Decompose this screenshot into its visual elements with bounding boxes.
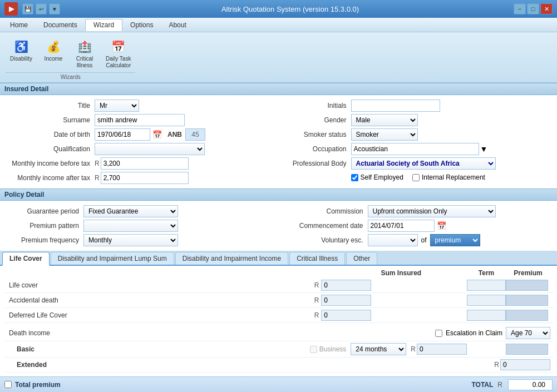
income-wizard-button[interactable]: 💰 Income <box>39 36 68 71</box>
title-label: Title <box>6 102 95 110</box>
initials-row: Initials <box>279 98 558 113</box>
menu-options[interactable]: Options <box>122 19 161 31</box>
wizard-buttons: ♿ Disability 💰 Income 🏥 Critical Illness… <box>6 36 135 71</box>
premium-pattern-select[interactable] <box>83 220 178 232</box>
life-cover-label: Life cover <box>7 281 314 289</box>
guarantee-period-label: Guarantee period <box>6 207 83 215</box>
of-value-select[interactable]: premium <box>430 234 480 246</box>
basic-sum-input[interactable] <box>417 344 467 355</box>
accidental-death-sum: R <box>314 295 467 306</box>
menu-about[interactable]: About <box>161 19 194 31</box>
deferred-life-cover-term-input[interactable] <box>467 310 506 321</box>
qualification-select[interactable] <box>95 143 205 155</box>
extended-row: Extended R <box>3 358 554 373</box>
life-cover-premium-input[interactable] <box>506 280 548 291</box>
surname-input[interactable] <box>95 114 185 126</box>
insured-detail-header: Insured Detail <box>0 83 557 95</box>
minimize-button[interactable]: − <box>514 3 526 14</box>
income-before-label: Monthly income before tax <box>6 160 95 167</box>
commencement-date-input[interactable] <box>368 220 435 232</box>
deferred-life-cover-label: Deferred Life Cover <box>7 311 314 319</box>
extended-label: Extended <box>14 361 405 369</box>
maximize-button[interactable]: □ <box>527 3 539 14</box>
escalation-label: Escalation in Claim <box>446 329 502 337</box>
disability-wizard-button[interactable]: ♿ Disability <box>6 36 37 71</box>
daily-task-icon: 📅 <box>110 38 127 56</box>
gender-select[interactable]: MaleFemale <box>351 114 418 126</box>
initials-input[interactable] <box>351 100 440 112</box>
tab-life-cover[interactable]: Life Cover <box>2 252 50 266</box>
voluntary-esc-label: Voluntary esc. <box>284 236 368 244</box>
escalation-checkbox[interactable] <box>435 330 442 337</box>
deferred-life-cover-term <box>467 310 506 321</box>
premium-frequency-label: Premium frequency <box>6 236 83 244</box>
title-row: Title MrMrsMsDr <box>0 98 279 113</box>
close-button[interactable]: ✕ <box>540 3 553 14</box>
save-icon[interactable]: 💾 <box>22 3 33 14</box>
disability-label: Disability <box>10 56 32 62</box>
qualification-label: Qualification <box>6 145 95 153</box>
accidental-death-premium <box>506 295 550 306</box>
insured-col-left1: Title MrMrsMsDr Surname Date of birth 📅 … <box>0 98 279 185</box>
dropdown-icon[interactable]: ▼ <box>49 3 60 14</box>
undo-icon[interactable]: ↩ <box>36 3 47 14</box>
qualification-row: Qualification <box>0 142 279 156</box>
daily-task-label: Daily Task Calculator <box>106 56 131 69</box>
life-cover-sum: R <box>314 280 467 291</box>
commencement-calendar-icon[interactable]: 📅 <box>437 221 446 230</box>
status-left: Total premium <box>4 381 471 389</box>
tab-critical-illness[interactable]: Critical Illness <box>289 252 345 265</box>
income-before-input[interactable] <box>101 157 189 170</box>
smoker-select[interactable]: SmokerNon-smoker <box>351 128 418 141</box>
occupation-label: Occupation <box>284 145 351 153</box>
occupation-input[interactable] <box>351 143 479 155</box>
accidental-death-sum-input[interactable] <box>321 295 371 306</box>
tab-disability-income[interactable]: Disability and Impairment Income <box>175 252 288 265</box>
guarantee-period-select[interactable]: Fixed GuaranteeLevel <box>83 205 178 217</box>
guarantee-period-row: Guarantee period Fixed GuaranteeLevel <box>0 204 279 219</box>
title-select[interactable]: MrMrsMsDr <box>95 100 139 112</box>
critical-illness-wizard-button[interactable]: 🏥 Critical Illness <box>70 36 99 71</box>
premium-frequency-select[interactable]: MonthlyAnnually <box>83 234 178 246</box>
self-employed-label: Self Employed <box>361 173 403 181</box>
internal-replacement-checkbox[interactable] <box>412 174 420 181</box>
dob-input[interactable] <box>95 128 150 141</box>
life-cover-sum-input[interactable] <box>321 280 371 291</box>
total-premium-checkbox[interactable] <box>4 381 12 388</box>
menu-wizard[interactable]: Wizard <box>85 19 122 31</box>
insured-detail-form: Title MrMrsMsDr Surname Date of birth 📅 … <box>0 95 557 188</box>
calendar-icon[interactable]: 📅 <box>152 130 162 139</box>
life-cover-term-input[interactable] <box>467 280 506 291</box>
title-bar-icons: 💾 ↩ ▼ <box>22 3 60 14</box>
professional-body-select[interactable]: Actuarial Society of South Africa <box>351 157 496 170</box>
professional-body-row: Professional Body Actuarial Society of S… <box>279 156 558 171</box>
deferred-life-cover-premium-input[interactable] <box>506 310 548 321</box>
extended-prefix: R <box>494 361 499 369</box>
tab-other[interactable]: Other <box>346 252 377 265</box>
accidental-death-premium-input[interactable] <box>506 295 548 306</box>
menu-documents[interactable]: Documents <box>36 19 85 31</box>
daily-task-wizard-button[interactable]: 📅 Daily Task Calculator <box>101 36 135 71</box>
self-employed-checkbox[interactable] <box>351 174 358 181</box>
occupation-dropdown-icon[interactable]: ▼ <box>480 145 488 153</box>
months-select[interactable]: 24 months12 months36 months <box>351 343 406 355</box>
commission-label: Commission <box>284 207 368 215</box>
voluntary-esc-select[interactable] <box>368 234 418 246</box>
accidental-death-term-input[interactable] <box>467 295 506 306</box>
commission-row: Commission Upfront commission OnlyLevel <box>279 204 558 219</box>
income-after-input[interactable] <box>101 172 189 184</box>
deferred-life-cover-sum-input[interactable] <box>321 310 371 321</box>
extended-sum-input[interactable] <box>500 359 550 370</box>
anb-input <box>185 128 205 141</box>
menu-home[interactable]: Home <box>2 19 36 31</box>
basic-premium-input[interactable] <box>506 344 548 355</box>
policy-detail-form: Guarantee period Fixed GuaranteeLevel Pr… <box>0 201 557 251</box>
age-select[interactable]: Age 70Age 65Age 75 <box>506 327 550 339</box>
death-income-label: Death income <box>7 329 435 337</box>
smoker-label: Smoker status <box>284 131 351 138</box>
total-premium-label: Total premium <box>15 381 61 389</box>
commission-select[interactable]: Upfront commission OnlyLevel <box>368 205 496 217</box>
income-before-prefix: R <box>95 160 100 167</box>
col-header-empty <box>7 269 336 277</box>
tab-disability-lump-sum[interactable]: Disability and Impairment Lump Sum <box>51 252 174 265</box>
